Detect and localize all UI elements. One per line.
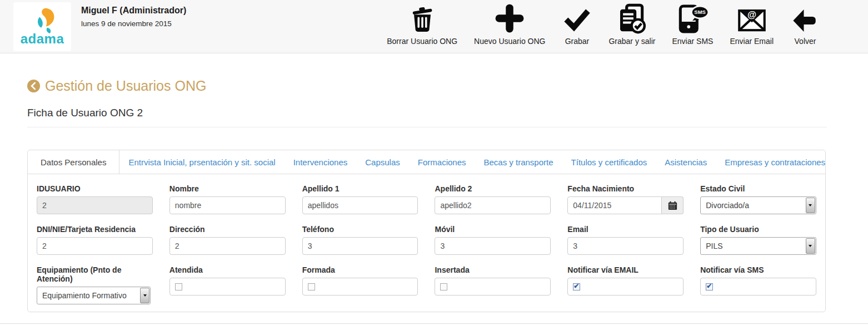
telefono-label: Teléfono: [302, 225, 418, 234]
svg-text:@: @: [747, 9, 756, 19]
user-name: Miguel F (Administrador): [81, 6, 186, 16]
user-form-panel: Datos Personales Entrvista Inicial, prse…: [27, 150, 826, 312]
movil-input[interactable]: [435, 237, 551, 255]
tab-formaciones[interactable]: Formaciones: [409, 150, 475, 174]
tab-asistencias[interactable]: Asistencias: [656, 150, 716, 174]
field-idusuario: IDUSUARIO: [37, 184, 153, 214]
fecha-nacimiento-label: Fecha Nacimiento: [567, 184, 684, 193]
check-icon: [562, 1, 592, 37]
atendida-checkbox-box: [169, 278, 286, 296]
clipboard-check-icon: [616, 1, 647, 37]
dropdown-arrow-icon: [806, 238, 815, 254]
calendar-button[interactable]: [662, 196, 684, 214]
back-circle-icon[interactable]: [27, 80, 40, 92]
tipo-usuario-label: Tipo de Usuario: [700, 225, 816, 234]
adama-logo-icon: [24, 8, 60, 35]
field-movil: Móvil: [435, 225, 551, 255]
envelope-at-icon: @: [736, 1, 768, 37]
field-notificar-sms: Notificar vía SMS: [700, 265, 816, 304]
dropdown-arrow-icon: [806, 198, 815, 213]
app-logo[interactable]: adama: [13, 2, 71, 51]
estado-civil-select[interactable]: Divorciado/a: [700, 196, 816, 214]
tool-label: Volver: [795, 37, 816, 46]
toolbar: Borrar Usuario ONG Nuevo Usuario ONG Gra…: [382, 0, 825, 46]
idusuario-label: IDUSUARIO: [37, 184, 153, 193]
send-sms-button[interactable]: SMS Enviar SMS: [667, 1, 717, 46]
nombre-input[interactable]: [169, 196, 286, 214]
plus-icon: [493, 1, 526, 37]
tab-empresas-y-contrataciones[interactable]: Empresas y contrataciones: [716, 150, 834, 174]
tipo-usuario-value: PILS: [701, 242, 805, 250]
formada-label: Formada: [302, 265, 418, 274]
apellido2-label: Apellido 2: [435, 184, 551, 193]
field-email: Email: [567, 225, 684, 255]
estado-civil-label: Estado Civil: [700, 184, 816, 193]
telefono-input[interactable]: [302, 237, 418, 255]
page-title-row: Gestión de Usuarios ONG: [27, 78, 868, 94]
delete-user-button[interactable]: Borrar Usuario ONG: [382, 1, 462, 46]
field-formada: Formada: [302, 265, 418, 304]
field-fecha-nacimiento: Fecha Nacimiento: [567, 184, 684, 214]
field-atendida: Atendida: [169, 265, 286, 304]
tab-datos-personales[interactable]: Datos Personales: [28, 150, 119, 174]
nombre-label: Nombre: [169, 184, 286, 193]
equipamiento-value: Equipamiento Formativo: [37, 291, 139, 300]
tab-bar: Datos Personales Entrvista Inicial, prse…: [28, 150, 825, 174]
field-estado-civil: Estado Civil Divorciado/a: [700, 184, 816, 214]
dropdown-arrow-icon: [140, 288, 149, 303]
arrow-left-icon: [790, 1, 820, 37]
apellido1-label: Apellido 1: [302, 184, 418, 193]
page-bottom-divider: [0, 323, 868, 324]
apellido2-input[interactable]: [435, 196, 551, 214]
user-info: Miguel F (Administrador) lunes 9 de novi…: [81, 6, 186, 28]
tab-capsulas[interactable]: Capsulas: [356, 150, 409, 174]
back-button[interactable]: Volver: [786, 1, 825, 46]
field-dni: DNI/NIE/Tarjeta Residencia: [37, 225, 153, 255]
notificar-sms-checkbox[interactable]: [706, 283, 713, 290]
tool-label: Enviar Email: [730, 37, 774, 46]
page-title: Gestión de Usuarios ONG: [45, 78, 206, 94]
fecha-nacimiento-input[interactable]: [567, 196, 662, 214]
notificar-email-checkbox[interactable]: [573, 283, 580, 290]
atendida-checkbox[interactable]: [175, 283, 182, 290]
field-direccion: Dirección: [169, 225, 286, 255]
field-insertada: Insertada: [435, 265, 551, 304]
page-subtitle: Ficha de Usuario ONG 2: [27, 107, 827, 119]
save-and-exit-button[interactable]: Grabar y salir: [604, 1, 660, 46]
tab-intervenciones[interactable]: Intervenciones: [285, 150, 357, 174]
tool-label: Nuevo Usuario ONG: [474, 37, 545, 46]
formada-checkbox[interactable]: [308, 283, 315, 290]
insertada-checkbox-box: [435, 278, 551, 296]
field-tipo-usuario: Tipo de Usuario PILS: [700, 225, 816, 255]
insertada-checkbox[interactable]: [440, 283, 447, 290]
formada-checkbox-box: [302, 278, 418, 296]
phone-sms-icon: SMS: [676, 1, 709, 37]
notificar-email-checkbox-box: [567, 278, 684, 296]
field-apellido2: Apellido 2: [435, 184, 551, 214]
tipo-usuario-select[interactable]: PILS: [700, 237, 816, 255]
new-user-button[interactable]: Nuevo Usuario ONG: [470, 1, 550, 46]
datos-personales-form: IDUSUARIO Nombre Apellido 1 Apellido 2 F…: [28, 174, 825, 312]
insertada-label: Insertada: [435, 265, 551, 274]
email-label: Email: [567, 225, 684, 234]
svg-text:SMS: SMS: [695, 9, 706, 15]
field-telefono: Teléfono: [302, 225, 418, 255]
field-apellido1: Apellido 1: [302, 184, 418, 214]
direccion-label: Dirección: [169, 225, 286, 234]
tab-titulos-y-certificados[interactable]: Títulos y certificados: [562, 150, 656, 174]
direccion-input[interactable]: [169, 237, 286, 255]
atendida-label: Atendida: [169, 265, 286, 274]
logo-text: adama: [21, 32, 64, 46]
dni-input[interactable]: [37, 237, 153, 255]
email-input[interactable]: [567, 237, 684, 255]
tool-label: Borrar Usuario ONG: [387, 37, 457, 46]
tab-entrevista-inicial[interactable]: Entrvista Inicial, prsentación y sit. so…: [119, 150, 284, 174]
fecha-nacimiento-group: [567, 196, 684, 214]
send-email-button[interactable]: @ Enviar Email: [725, 1, 778, 46]
tab-becas-y-transporte[interactable]: Becas y transporte: [475, 150, 562, 174]
equipamiento-label: Equipamiento (Pnto de Atención): [37, 265, 153, 283]
notificar-email-label: Notificar vía EMAIL: [567, 265, 684, 274]
apellido1-input[interactable]: [302, 196, 418, 214]
equipamiento-select[interactable]: Equipamiento Formativo: [37, 287, 151, 304]
save-button[interactable]: Grabar: [557, 1, 596, 46]
